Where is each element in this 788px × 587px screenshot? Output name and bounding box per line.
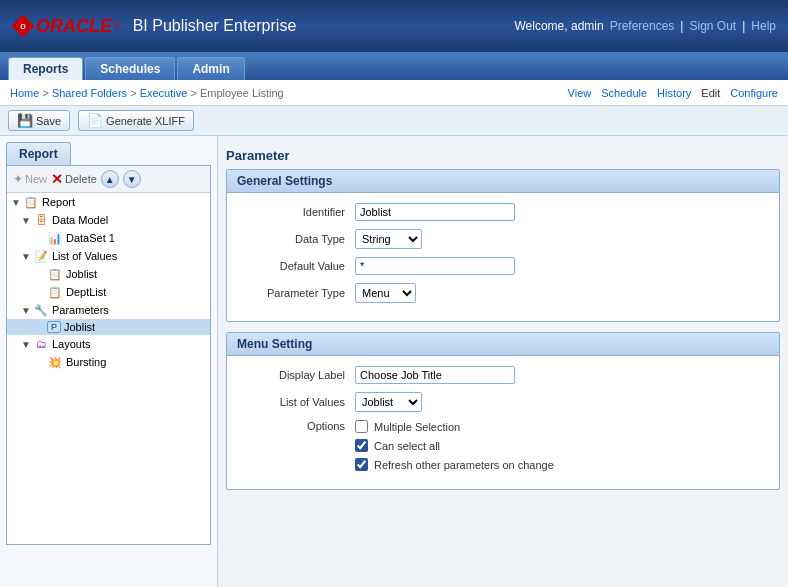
breadcrumb-sep-2: > bbox=[130, 87, 139, 99]
options-row: Options Multiple Selection Can select al… bbox=[235, 420, 771, 471]
tab-admin[interactable]: Admin bbox=[177, 57, 244, 80]
tree-item-joblist-param[interactable]: P Joblist bbox=[7, 319, 210, 335]
can-select-all-label: Can select all bbox=[374, 440, 440, 452]
general-settings-box: General Settings Identifier Data Type St… bbox=[226, 169, 780, 322]
save-label: Save bbox=[36, 115, 61, 127]
tree-item-deptlist[interactable]: 📋 DeptList bbox=[7, 283, 210, 301]
oracle-logo: O ORACLE ® bbox=[12, 15, 121, 37]
expand-layouts: ▼ bbox=[21, 339, 33, 350]
logo-area: O ORACLE ® BI Publisher Enterprise bbox=[12, 15, 296, 37]
datamodel-icon: 🗄 bbox=[33, 213, 49, 227]
general-settings-header: General Settings bbox=[227, 170, 779, 193]
app-header: O ORACLE ® BI Publisher Enterprise Welco… bbox=[0, 0, 788, 52]
lov-label: List of Values bbox=[235, 396, 355, 408]
tree-item-lov[interactable]: ▼ 📝 List of Values bbox=[7, 247, 210, 265]
general-settings-body: Identifier Data Type String Integer Floa… bbox=[227, 193, 779, 321]
datatype-label: Data Type bbox=[235, 233, 355, 245]
identifier-input[interactable] bbox=[355, 203, 515, 221]
expand-lov: ▼ bbox=[21, 251, 33, 262]
default-value-row: Default Value bbox=[235, 257, 771, 275]
move-down-button[interactable]: ▼ bbox=[123, 170, 141, 188]
display-label-label: Display Label bbox=[235, 369, 355, 381]
new-button[interactable]: ✦ New bbox=[13, 172, 47, 186]
parameters-icon: 🔧 bbox=[33, 303, 49, 317]
expand-dataset1 bbox=[35, 233, 47, 244]
expand-joblist-lov bbox=[35, 269, 47, 280]
save-button[interactable]: 💾 Save bbox=[8, 110, 70, 131]
delete-button[interactable]: ✕ Delete bbox=[51, 171, 97, 187]
expand-deptlist bbox=[35, 287, 47, 298]
move-up-button[interactable]: ▲ bbox=[101, 170, 119, 188]
left-panel: Report ✦ New ✕ Delete ▲ ▼ ▼ 📋 Report bbox=[0, 136, 218, 587]
nav-separator-1: | bbox=[680, 19, 683, 33]
multiple-selection-label: Multiple Selection bbox=[374, 421, 460, 433]
options-label: Options bbox=[235, 420, 355, 432]
xliff-label: Generate XLIFF bbox=[106, 115, 185, 127]
breadcrumb-executive[interactable]: Executive bbox=[140, 87, 188, 99]
tree-item-layouts[interactable]: ▼ 🗂 Layouts bbox=[7, 335, 210, 353]
oracle-diamond-icon: O bbox=[12, 15, 34, 37]
tree-label-deptlist: DeptList bbox=[66, 286, 106, 298]
schedule-link[interactable]: Schedule bbox=[601, 87, 647, 99]
can-select-all-checkbox[interactable] bbox=[355, 439, 368, 452]
new-label: New bbox=[25, 173, 47, 185]
tree-item-parameters[interactable]: ▼ 🔧 Parameters bbox=[7, 301, 210, 319]
lov-select[interactable]: Joblist DeptList bbox=[355, 392, 422, 412]
bursting-icon: 💥 bbox=[47, 355, 63, 369]
datatype-select[interactable]: String Integer Float Boolean Date bbox=[355, 229, 422, 249]
breadcrumb-actions: View Schedule History Edit Configure bbox=[568, 87, 778, 99]
refresh-params-row: Refresh other parameters on change bbox=[355, 458, 554, 471]
menu-setting-header: Menu Setting bbox=[227, 333, 779, 356]
preferences-link[interactable]: Preferences bbox=[610, 19, 675, 33]
default-value-input[interactable] bbox=[355, 257, 515, 275]
tree-label-joblist-param: Joblist bbox=[64, 321, 95, 333]
identifier-row: Identifier bbox=[235, 203, 771, 221]
lov-row: List of Values Joblist DeptList bbox=[235, 392, 771, 412]
multiple-selection-checkbox[interactable] bbox=[355, 420, 368, 433]
breadcrumb-home[interactable]: Home bbox=[10, 87, 39, 99]
view-link[interactable]: View bbox=[568, 87, 592, 99]
dataset-icon: 📊 bbox=[47, 231, 63, 245]
generate-xliff-button[interactable]: 📄 Generate XLIFF bbox=[78, 110, 194, 131]
tab-reports[interactable]: Reports bbox=[8, 57, 83, 80]
expand-joblist-param bbox=[35, 322, 47, 333]
display-label-input[interactable] bbox=[355, 366, 515, 384]
tree-item-bursting[interactable]: 💥 Bursting bbox=[7, 353, 210, 371]
tree-item-report[interactable]: ▼ 📋 Report bbox=[7, 193, 210, 211]
lov-icon: 📝 bbox=[33, 249, 49, 263]
breadcrumb-bar: Home > Shared Folders > Executive > Empl… bbox=[0, 80, 788, 106]
tree-label-bursting: Bursting bbox=[66, 356, 106, 368]
header-nav: Welcome, admin Preferences | Sign Out | … bbox=[515, 19, 777, 33]
param-title: Parameter bbox=[226, 144, 780, 169]
oracle-text: ORACLE bbox=[36, 16, 112, 37]
param-type-row: Parameter Type Menu Text Hidden Date bbox=[235, 283, 771, 303]
identifier-label: Identifier bbox=[235, 206, 355, 218]
svg-text:O: O bbox=[20, 23, 26, 30]
menu-setting-body: Display Label List of Values Joblist Dep… bbox=[227, 356, 779, 489]
help-link[interactable]: Help bbox=[751, 19, 776, 33]
tree-label-lov: List of Values bbox=[52, 250, 117, 262]
main-layout: Report ✦ New ✕ Delete ▲ ▼ ▼ 📋 Report bbox=[0, 136, 788, 587]
configure-link[interactable]: Configure bbox=[730, 87, 778, 99]
panel-tab-report: Report bbox=[6, 142, 71, 165]
breadcrumb-shared[interactable]: Shared Folders bbox=[52, 87, 127, 99]
paramitem-icon: P bbox=[47, 321, 61, 333]
tree-label-datamodel: Data Model bbox=[52, 214, 108, 226]
tree-item-joblist-lov[interactable]: 📋 Joblist bbox=[7, 265, 210, 283]
refresh-params-label: Refresh other parameters on change bbox=[374, 459, 554, 471]
tab-schedules[interactable]: Schedules bbox=[85, 57, 175, 80]
history-link[interactable]: History bbox=[657, 87, 691, 99]
options-col: Multiple Selection Can select all Refres… bbox=[355, 420, 554, 471]
tree-toolbar: ✦ New ✕ Delete ▲ ▼ bbox=[7, 166, 210, 193]
signout-link[interactable]: Sign Out bbox=[689, 19, 736, 33]
tree-item-datamodel[interactable]: ▼ 🗄 Data Model bbox=[7, 211, 210, 229]
breadcrumb-report: Employee Listing bbox=[200, 87, 284, 99]
param-type-select[interactable]: Menu Text Hidden Date bbox=[355, 283, 416, 303]
breadcrumb-sep-1: > bbox=[42, 87, 51, 99]
refresh-params-checkbox[interactable] bbox=[355, 458, 368, 471]
datatype-row: Data Type String Integer Float Boolean D… bbox=[235, 229, 771, 249]
right-panel: Parameter General Settings Identifier Da… bbox=[218, 136, 788, 587]
expand-bursting bbox=[35, 357, 47, 368]
param-type-label: Parameter Type bbox=[235, 287, 355, 299]
tree-item-dataset1[interactable]: 📊 DataSet 1 bbox=[7, 229, 210, 247]
